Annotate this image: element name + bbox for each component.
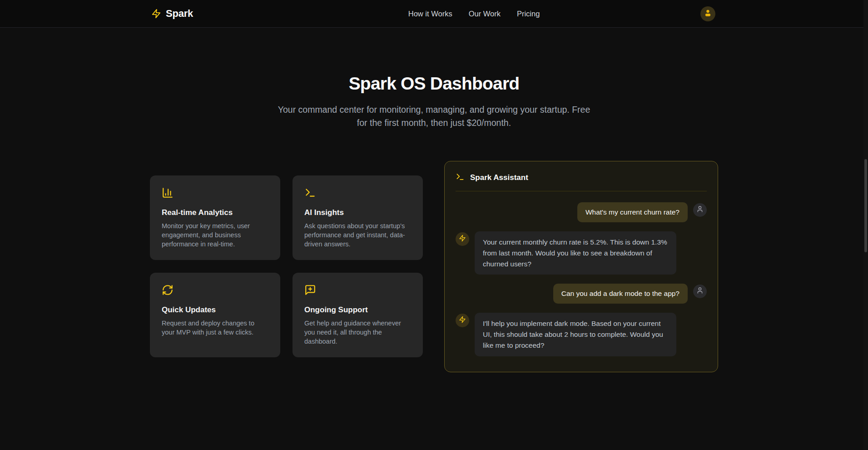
refresh-icon bbox=[162, 284, 268, 296]
feature-card-ongoing-support[interactable]: Ongoing Support Get help and guidance wh… bbox=[293, 273, 423, 357]
zap-icon bbox=[459, 235, 466, 244]
zap-icon bbox=[459, 316, 466, 325]
terminal-icon bbox=[456, 172, 465, 183]
zap-icon bbox=[151, 9, 161, 19]
page-subtitle: Your command center for monitoring, mana… bbox=[278, 103, 591, 129]
chat-message-user: What's my current churn rate? bbox=[456, 202, 707, 222]
nav-link-pricing[interactable]: Pricing bbox=[517, 10, 540, 18]
terminal-icon bbox=[304, 187, 411, 199]
user-avatar bbox=[693, 285, 707, 298]
nav-link-our-work[interactable]: Our Work bbox=[469, 10, 501, 18]
chat-bubble: Can you add a dark mode to the app? bbox=[553, 284, 688, 304]
feature-card-realtime-analytics[interactable]: Real-time Analytics Monitor your key met… bbox=[150, 175, 280, 260]
feature-title: Quick Updates bbox=[162, 305, 268, 315]
chat-bubble: What's my current churn rate? bbox=[577, 202, 688, 222]
feature-title: Ongoing Support bbox=[304, 305, 411, 315]
chat-divider bbox=[456, 191, 707, 191]
message-square-plus-icon bbox=[304, 284, 411, 296]
hero-section: Spark OS Dashboard Your command center f… bbox=[0, 74, 868, 129]
feature-card-ai-insights[interactable]: AI Insights Ask questions about your sta… bbox=[293, 175, 423, 260]
account-avatar-button[interactable] bbox=[700, 6, 715, 21]
chart-column-icon bbox=[162, 187, 268, 199]
main-content: Real-time Analytics Monitor your key met… bbox=[0, 161, 868, 372]
chat-message-assistant: I'll help you implement dark mode. Based… bbox=[456, 313, 707, 356]
chat-messages: What's my current churn rate? bbox=[456, 202, 707, 356]
assistant-avatar bbox=[456, 314, 469, 327]
spark-assistant-panel: Spark Assistant What's my current churn … bbox=[444, 161, 718, 372]
scrollbar-track[interactable] bbox=[863, 0, 868, 450]
nav-link-how-it-works[interactable]: How it Works bbox=[408, 10, 452, 18]
feature-description: Get help and guidance whenever you need … bbox=[304, 319, 411, 346]
feature-title: Real-time Analytics bbox=[162, 208, 268, 217]
chat-message-user: Can you add a dark mode to the app? bbox=[456, 284, 707, 304]
feature-description: Monitor your key metrics, user engagemen… bbox=[162, 221, 268, 249]
chat-header: Spark Assistant bbox=[456, 172, 707, 183]
feature-card-quick-updates[interactable]: Quick Updates Request and deploy changes… bbox=[150, 273, 280, 357]
page-title: Spark OS Dashboard bbox=[0, 74, 868, 94]
chat-bubble: I'll help you implement dark mode. Based… bbox=[475, 313, 676, 356]
chat-title: Spark Assistant bbox=[470, 173, 528, 182]
assistant-avatar bbox=[456, 232, 469, 246]
chat-message-assistant: Your current monthly churn rate is 5.2%.… bbox=[456, 231, 707, 275]
user-icon bbox=[696, 205, 704, 215]
feature-description: Request and deploy changes to your MVP w… bbox=[162, 319, 268, 337]
scrollbar-thumb[interactable] bbox=[864, 159, 867, 252]
brand-name: Spark bbox=[166, 8, 193, 20]
user-icon bbox=[696, 287, 704, 296]
feature-grid: Real-time Analytics Monitor your key met… bbox=[150, 175, 423, 357]
navbar: Spark How it Works Our Work Pricing bbox=[0, 0, 868, 28]
feature-title: AI Insights bbox=[304, 208, 411, 217]
brand-logo[interactable]: Spark bbox=[151, 8, 193, 20]
feature-description: Ask questions about your startup's perfo… bbox=[304, 221, 411, 249]
nav-links: How it Works Our Work Pricing bbox=[408, 10, 540, 18]
user-avatar bbox=[693, 203, 707, 217]
chat-bubble: Your current monthly churn rate is 5.2%.… bbox=[475, 231, 676, 275]
user-icon bbox=[704, 9, 712, 19]
